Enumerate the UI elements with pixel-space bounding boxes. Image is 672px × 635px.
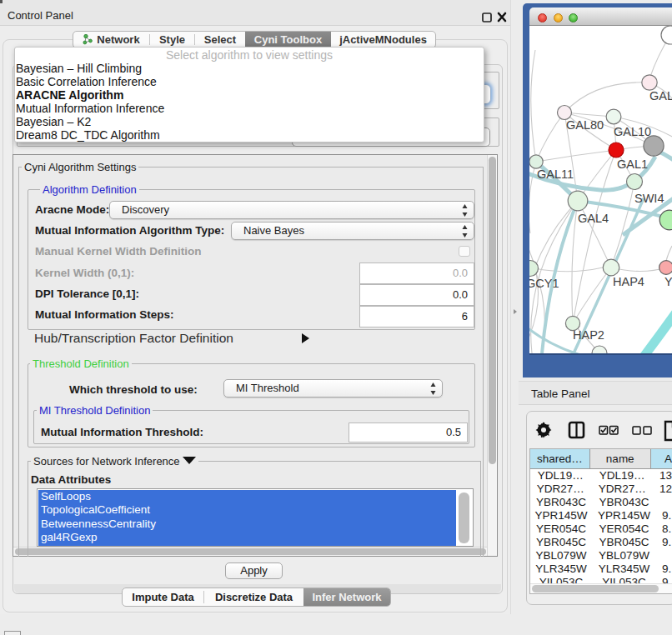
svg-text:GCY1: GCY1 (529, 277, 559, 290)
svg-text:GAL11: GAL11 (537, 168, 574, 181)
svg-text:GAL4: GAL4 (578, 212, 609, 225)
svg-text:GAL10: GAL10 (614, 125, 651, 138)
svg-text:GAL80: GAL80 (566, 118, 604, 132)
svg-text:HAP2: HAP2 (573, 328, 604, 342)
svg-text:GAL: GAL (649, 89, 672, 102)
svg-text:GAL1: GAL1 (617, 158, 648, 171)
svg-text:HAP4: HAP4 (613, 275, 644, 288)
svg-text:Y: Y (664, 275, 672, 288)
svg-text:SWI4: SWI4 (634, 192, 664, 205)
